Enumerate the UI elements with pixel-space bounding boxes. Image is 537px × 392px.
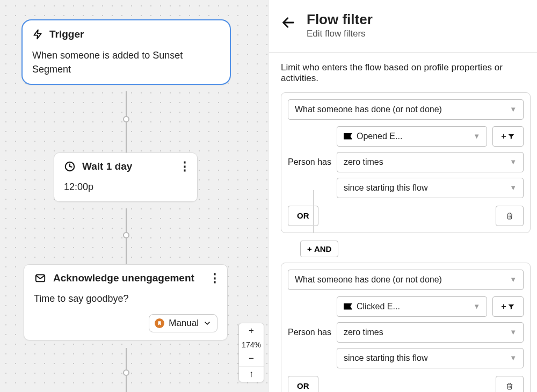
back-button[interactable] [281, 15, 296, 30]
wait-title: Wait 1 day [82, 161, 132, 172]
caret-down-icon: ▼ [510, 328, 517, 336]
caret-down-icon: ▼ [510, 184, 517, 192]
metric-label: Clicked E... [357, 302, 400, 311]
caret-down-icon: ▼ [510, 105, 517, 113]
panel-title: Flow filter [307, 12, 373, 27]
divider [269, 52, 537, 53]
email-subject: Time to say goodbye? [34, 292, 217, 306]
filter-type-label: What someone has done (or not done) [295, 275, 442, 285]
bolt-icon [32, 28, 43, 41]
add-filter-button[interactable]: + [492, 296, 524, 317]
panel-subtitle: Edit flow filters [307, 28, 373, 39]
filter-type-label: What someone has done (or not done) [295, 105, 442, 114]
zoom-out-button[interactable]: − [239, 351, 264, 366]
caret-down-icon: ▼ [510, 275, 517, 284]
zoom-in-button[interactable]: + [239, 323, 264, 338]
wait-time: 12:00p [64, 180, 187, 194]
or-button[interactable]: OR [288, 376, 318, 392]
trigger-description: When someone is added to Sunset Segment [32, 48, 220, 76]
connector-port[interactable] [123, 116, 129, 122]
filter-card: What someone has done (or not done) ▼ Pe… [281, 263, 531, 392]
trigger-node[interactable]: Trigger When someone is added to Sunset … [21, 19, 231, 85]
flow-filter-panel: Flow filter Edit flow filters Limit who … [268, 0, 537, 392]
flow-canvas[interactable]: Trigger When someone is added to Sunset … [0, 0, 268, 392]
metric-select[interactable]: Clicked E... ▼ [337, 296, 487, 317]
count-select[interactable]: zero times ▼ [337, 322, 524, 343]
caret-down-icon: ▼ [473, 302, 480, 310]
caret-down-icon: ▼ [473, 132, 480, 140]
timeframe-select[interactable]: since starting this flow ▼ [337, 178, 524, 198]
and-button[interactable]: + AND [300, 241, 338, 257]
metric-label: Opened E... [357, 132, 402, 141]
connector-port[interactable] [123, 369, 129, 376]
clock-icon [64, 161, 76, 172]
count-label: zero times [344, 157, 383, 167]
timeframe-select[interactable]: since starting this flow ▼ [337, 348, 524, 368]
caret-down-icon: ▼ [510, 158, 517, 166]
add-filter-button[interactable]: + [492, 126, 524, 147]
email-title: Acknowledge unengagement [53, 272, 194, 284]
mail-icon [34, 272, 47, 284]
person-has-label: Person has [288, 157, 331, 167]
email-node[interactable]: ⋮ Acknowledge unengagement Time to say g… [24, 264, 228, 340]
scroll-up-button[interactable]: ↑ [239, 366, 264, 382]
more-icon[interactable]: ⋮ [209, 272, 221, 284]
count-label: zero times [344, 328, 383, 337]
caret-down-icon: ▼ [510, 354, 517, 362]
delete-filter-button[interactable] [496, 206, 524, 226]
trigger-title: Trigger [49, 28, 84, 40]
panel-instruction: Limit who enters the flow based on profi… [281, 62, 531, 84]
metric-select[interactable]: Opened E... ▼ [337, 126, 487, 147]
more-icon[interactable]: ⋮ [179, 161, 191, 172]
count-select[interactable]: zero times ▼ [337, 152, 524, 172]
chevron-down-icon [203, 319, 212, 328]
send-mode-select[interactable]: Manual [149, 314, 217, 332]
person-has-label: Person has [288, 328, 331, 337]
timeframe-label: since starting this flow [344, 353, 428, 363]
wait-node[interactable]: ⋮ Wait 1 day 12:00p [54, 153, 198, 202]
brand-glyph-icon [344, 133, 352, 140]
zoom-controls: + 174% − ↑ [238, 323, 264, 382]
filter-card: What someone has done (or not done) ▼ Pe… [281, 92, 531, 233]
and-connector-line [313, 190, 314, 233]
delete-filter-button[interactable] [496, 376, 524, 392]
connector-port[interactable] [123, 232, 129, 238]
timeframe-label: since starting this flow [344, 183, 428, 193]
bookmark-badge-icon [155, 318, 164, 328]
filter-type-select[interactable]: What someone has done (or not done) ▼ [288, 99, 524, 120]
brand-glyph-icon [344, 303, 352, 310]
zoom-level: 174% [239, 338, 264, 351]
and-label: AND [314, 244, 332, 253]
filter-type-select[interactable]: What someone has done (or not done) ▼ [288, 270, 524, 290]
send-mode-label: Manual [169, 318, 199, 329]
